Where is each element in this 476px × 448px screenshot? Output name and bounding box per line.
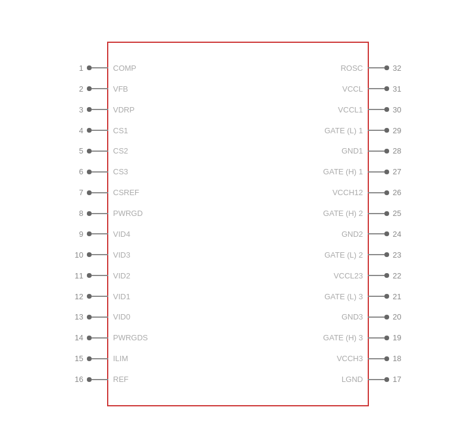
pin-right-18: 18VCCH3 bbox=[368, 354, 405, 363]
pin-left-3: 3VDRP bbox=[71, 105, 108, 114]
pin-label-left-9: VID4 bbox=[113, 230, 130, 239]
pin-right-21: 21GATE (L) 3 bbox=[368, 292, 405, 301]
pin-line-left-6 bbox=[92, 171, 108, 173]
pin-line-right-17 bbox=[368, 379, 384, 380]
pin-label-left-14: PWRGDS bbox=[113, 333, 148, 342]
pin-number-18: 18 bbox=[393, 354, 405, 363]
pin-number-12: 12 bbox=[71, 292, 83, 301]
pin-number-19: 19 bbox=[393, 333, 405, 342]
pin-label-right-21: GATE (L) 3 bbox=[324, 292, 363, 301]
pin-line-right-18 bbox=[368, 358, 384, 359]
pin-line-left-13 bbox=[92, 317, 108, 318]
pin-dot-right-28 bbox=[384, 149, 389, 153]
pin-left-12: 12VID1 bbox=[71, 292, 108, 301]
pin-right-17: 17LGND bbox=[368, 375, 405, 384]
pin-dot-left-6 bbox=[87, 170, 92, 174]
pin-dot-left-13 bbox=[87, 315, 92, 319]
pin-label-left-10: VID3 bbox=[113, 250, 130, 259]
pin-label-right-28: GND1 bbox=[342, 146, 363, 155]
pin-label-right-26: VCCH12 bbox=[333, 188, 363, 197]
pin-dot-left-9 bbox=[87, 231, 92, 236]
pin-number-26: 26 bbox=[393, 188, 405, 197]
pin-line-right-21 bbox=[368, 296, 384, 297]
pin-right-25: 25GATE (H) 2 bbox=[368, 209, 405, 218]
pin-dot-right-19 bbox=[384, 336, 389, 340]
pin-left-13: 13VID0 bbox=[71, 312, 108, 321]
pin-number-5: 5 bbox=[71, 146, 83, 155]
pin-number-29: 29 bbox=[393, 126, 405, 135]
pin-label-right-18: VCCH3 bbox=[337, 354, 363, 363]
pin-line-left-16 bbox=[92, 379, 108, 380]
pin-line-left-8 bbox=[92, 213, 108, 214]
pin-number-14: 14 bbox=[71, 333, 83, 342]
pin-left-8: 8PWRGD bbox=[71, 209, 108, 218]
pin-dot-right-26 bbox=[384, 190, 389, 195]
pin-left-15: 15ILIM bbox=[71, 354, 108, 363]
pin-line-left-2 bbox=[92, 88, 108, 89]
pin-line-right-24 bbox=[368, 233, 384, 234]
pin-dot-left-10 bbox=[87, 252, 92, 257]
pin-line-left-5 bbox=[92, 151, 108, 152]
pin-left-11: 11VID2 bbox=[71, 271, 108, 280]
pin-right-26: 26VCCH12 bbox=[368, 188, 405, 197]
pin-right-28: 28GND1 bbox=[368, 146, 405, 155]
pin-label-left-5: CS2 bbox=[113, 146, 128, 155]
pin-line-right-19 bbox=[368, 337, 384, 339]
pin-line-left-14 bbox=[92, 337, 108, 339]
pin-number-7: 7 bbox=[71, 188, 83, 197]
pin-number-32: 32 bbox=[393, 64, 405, 73]
pin-left-14: 14PWRGDS bbox=[71, 333, 108, 342]
pin-number-23: 23 bbox=[393, 250, 405, 259]
pin-number-31: 31 bbox=[393, 84, 405, 93]
pin-dot-left-15 bbox=[87, 356, 92, 361]
pin-number-27: 27 bbox=[393, 167, 405, 176]
pin-dot-right-29 bbox=[384, 128, 389, 133]
pin-line-left-9 bbox=[92, 233, 108, 234]
pin-line-left-3 bbox=[92, 109, 108, 110]
pin-right-27: 27GATE (H) 1 bbox=[368, 167, 405, 176]
ic-body: 1COMP2VFB3VDRP4CS15CS26CS37CSREF8PWRGD9V… bbox=[107, 42, 369, 406]
pin-dot-right-21 bbox=[384, 294, 389, 299]
pin-left-4: 4CS1 bbox=[71, 126, 108, 135]
pin-left-6: 6CS3 bbox=[71, 167, 108, 176]
pin-number-9: 9 bbox=[71, 230, 83, 239]
pin-dot-right-24 bbox=[384, 231, 389, 236]
pin-dot-left-14 bbox=[87, 336, 92, 340]
pin-dot-right-30 bbox=[384, 107, 389, 112]
pin-number-3: 3 bbox=[71, 105, 83, 114]
pin-line-right-28 bbox=[368, 151, 384, 152]
pin-line-right-22 bbox=[368, 275, 384, 276]
pin-label-left-16: REF bbox=[113, 375, 129, 384]
pin-label-left-7: CSREF bbox=[113, 188, 139, 197]
pin-line-right-29 bbox=[368, 130, 384, 131]
pin-number-8: 8 bbox=[71, 209, 83, 218]
pin-number-13: 13 bbox=[71, 312, 83, 321]
pin-dot-right-27 bbox=[384, 170, 389, 174]
pin-number-22: 22 bbox=[393, 271, 405, 280]
pin-left-10: 10VID3 bbox=[71, 250, 108, 259]
pin-label-right-27: GATE (H) 1 bbox=[323, 167, 363, 176]
pin-right-29: 29GATE (L) 1 bbox=[368, 126, 405, 135]
pin-label-right-20: GND3 bbox=[342, 312, 363, 321]
pin-left-7: 7CSREF bbox=[71, 188, 108, 197]
pin-label-right-31: VCCL bbox=[342, 84, 363, 93]
pin-line-right-30 bbox=[368, 109, 384, 110]
pin-right-20: 20GND3 bbox=[368, 312, 405, 321]
pin-line-right-27 bbox=[368, 171, 384, 173]
pin-right-30: 30VCCL1 bbox=[368, 105, 405, 114]
pin-dot-right-31 bbox=[384, 86, 389, 91]
pin-label-left-2: VFB bbox=[113, 84, 128, 93]
pin-line-left-1 bbox=[92, 67, 108, 68]
pin-right-24: 24GND2 bbox=[368, 230, 405, 239]
pin-line-left-11 bbox=[92, 275, 108, 276]
pin-line-right-26 bbox=[368, 192, 384, 193]
pin-left-16: 16REF bbox=[71, 375, 108, 384]
pin-number-16: 16 bbox=[71, 375, 83, 384]
pin-number-11: 11 bbox=[71, 271, 83, 280]
pin-line-left-15 bbox=[92, 358, 108, 359]
pin-right-23: 23GATE (L) 2 bbox=[368, 250, 405, 259]
pin-label-right-24: GND2 bbox=[342, 230, 363, 239]
pin-line-right-25 bbox=[368, 213, 384, 214]
pin-right-19: 19GATE (H) 3 bbox=[368, 333, 405, 342]
pin-dot-left-7 bbox=[87, 190, 92, 195]
